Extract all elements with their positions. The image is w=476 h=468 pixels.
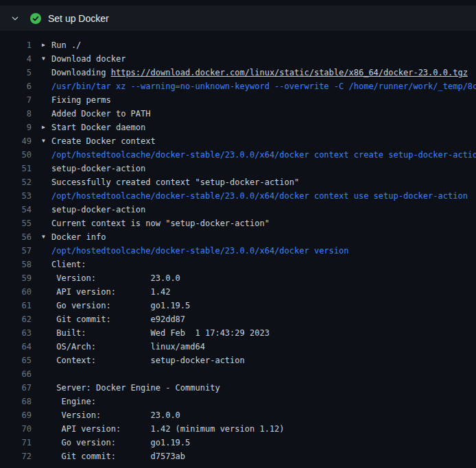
line-number[interactable]: 5 [0,66,32,79]
line-content: Go version: go1.19.5 [51,436,190,449]
log-text: Docker info [51,232,106,242]
line-number[interactable]: 67 [0,381,32,395]
log-line[interactable]: 49 ▼ Create Docker context [0,134,476,148]
line-number[interactable]: 1 [0,38,32,52]
line-number[interactable]: 60 [0,285,32,299]
line-number[interactable]: 50 [0,148,32,162]
log-line[interactable]: 58 Client: [0,258,476,271]
log-line[interactable]: 7 Fixing perms [0,93,476,107]
group-toggle-icon [42,271,51,285]
log-line[interactable]: 60 API version: 1.42 [0,285,476,299]
line-number[interactable]: 61 [0,299,32,312]
line-number[interactable]: 54 [0,203,32,217]
log-text: Added Docker to PATH [51,109,151,119]
group-toggle-icon[interactable]: ▶ [42,121,51,134]
line-number[interactable]: 69 [0,408,32,422]
line-number[interactable]: 62 [0,312,32,326]
group-toggle-icon[interactable]: ▼ [42,52,51,66]
log-text: API version: 1.42 (minimum version 1.12) [51,424,285,434]
log-line[interactable]: 67 Server: Docker Engine - Community [0,381,476,395]
line-content: Version: 23.0.0 [51,271,180,285]
line-number[interactable]: 70 [0,422,32,436]
group-toggle-icon [42,367,51,381]
group-toggle-icon[interactable]: ▼ [42,134,51,148]
log-line[interactable]: 66 [0,367,476,381]
line-number[interactable]: 9 [0,121,32,134]
step-title: Set up Docker [48,13,109,24]
log-line[interactable]: 63 Built: Wed Feb 1 17:43:29 2023 [0,326,476,340]
log-line[interactable]: 4 ▼ Download docker [0,52,476,66]
line-number[interactable]: 6 [0,79,32,93]
group-toggle-icon [42,340,51,354]
log-line[interactable]: 61 Go version: go1.19.5 [0,299,476,312]
log-line[interactable]: 53 /opt/hostedtoolcache/docker-stable/23… [0,189,476,203]
line-number[interactable]: 53 [0,189,32,203]
log-line[interactable]: 6 /usr/bin/tar xz --warning=no-unknown-k… [0,79,476,93]
log-line[interactable]: 72 Git commit: d7573ab [0,449,476,463]
log-text: Built: Wed Feb 1 17:43:29 2023 [51,328,270,338]
line-content: /opt/hostedtoolcache/docker-stable/23.0.… [51,148,476,162]
log-text: Git commit: e92dd87 [51,315,185,324]
group-toggle-icon [42,244,51,258]
line-number[interactable]: 65 [0,354,32,367]
log-line[interactable]: 65 Context: setup-docker-action [0,354,476,367]
line-number[interactable]: 51 [0,162,32,175]
line-number[interactable]: 4 [0,52,32,66]
line-number[interactable]: 59 [0,271,32,285]
log-line[interactable]: 59 Version: 23.0.0 [0,271,476,285]
line-content: Current context is now "setup-docker-act… [51,217,270,230]
log-line[interactable]: 8 Added Docker to PATH [0,107,476,121]
group-toggle-icon [42,381,51,395]
log-line[interactable]: 62 Git commit: e92dd87 [0,312,476,326]
log-line[interactable]: 57 /opt/hostedtoolcache/docker-stable/23… [0,244,476,258]
group-toggle-icon[interactable]: ▶ [42,38,51,52]
log-line[interactable]: 5 Downloading https://download.docker.co… [0,66,476,79]
log-line[interactable]: 68 Engine: [0,395,476,408]
group-toggle-icon [42,148,51,162]
log-line[interactable]: 70 API version: 1.42 (minimum version 1.… [0,422,476,436]
log-viewer: Set up Docker 1 ▶ Run ./ 4 ▼ Download do… [0,0,476,468]
step-header[interactable]: Set up Docker [0,5,476,31]
line-content: Engine: [51,395,96,408]
log-line[interactable]: 1 ▶ Run ./ [0,38,476,52]
line-content: Client: [51,258,86,271]
line-number[interactable]: 55 [0,217,32,230]
group-toggle-icon[interactable]: ▼ [42,230,51,244]
line-number[interactable]: 66 [0,367,32,381]
line-number[interactable]: 58 [0,258,32,271]
line-number[interactable]: 7 [0,93,32,107]
line-content: /usr/bin/tar xz --warning=no-unknown-key… [51,79,476,93]
group-toggle-icon [42,93,51,107]
line-number[interactable]: 63 [0,326,32,340]
line-number[interactable]: 68 [0,395,32,408]
log-line[interactable]: 50 /opt/hostedtoolcache/docker-stable/23… [0,148,476,162]
line-number[interactable]: 49 [0,134,32,148]
log-text: Downloading [51,68,111,77]
line-number[interactable]: 57 [0,244,32,258]
group-toggle-icon [42,395,51,408]
group-toggle-icon [42,203,51,217]
line-number[interactable]: 64 [0,340,32,354]
log-line[interactable]: 69 Version: 23.0.0 [0,408,476,422]
line-number[interactable]: 52 [0,175,32,189]
log-line[interactable]: 54 setup-docker-action [0,203,476,217]
line-number[interactable]: 72 [0,449,32,463]
log-line[interactable]: 71 Go version: go1.19.5 [0,436,476,449]
log-line[interactable]: 64 OS/Arch: linux/amd64 [0,340,476,354]
log-line[interactable]: 52 Successfully created context "setup-d… [0,175,476,189]
check-circle-icon [30,13,41,24]
log-line[interactable]: 55 Current context is now "setup-docker-… [0,217,476,230]
log-link[interactable]: https://download.docker.com/linux/static… [111,68,468,77]
line-content: Added Docker to PATH [51,107,151,121]
chevron-down-icon[interactable] [11,14,21,23]
log-text: Server: Docker Engine - Community [51,383,220,393]
line-number[interactable]: 71 [0,436,32,449]
log-line[interactable]: 56 ▼ Docker info [0,230,476,244]
log-line[interactable]: 51 setup-docker-action [0,162,476,175]
line-number[interactable]: 56 [0,230,32,244]
log-line[interactable]: 9 ▶ Start Docker daemon [0,121,476,134]
line-content: Server: Docker Engine - Community [51,381,220,395]
line-number[interactable]: 8 [0,107,32,121]
log-text: setup-docker-action [51,205,145,214]
log-text: Successfully created context "setup-dock… [51,177,299,187]
